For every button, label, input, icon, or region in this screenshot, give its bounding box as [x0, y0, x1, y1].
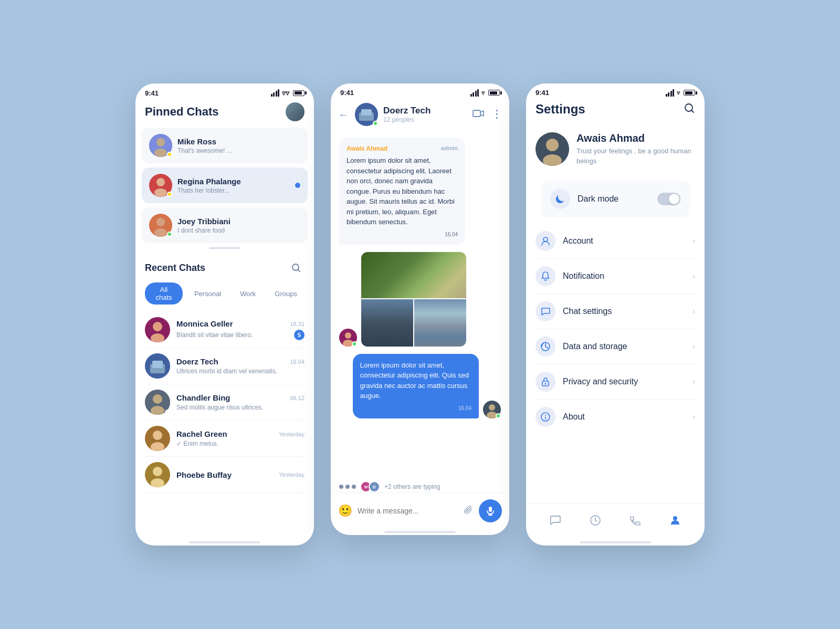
user-avatar-header[interactable] — [286, 102, 304, 121]
pinned-chat-regina[interactable]: Regina Phalange Thats her lobster... — [142, 167, 308, 203]
settings-item-about[interactable]: About › — [533, 400, 697, 434]
chat-preview-chandler: Sed mollis augue risus ultrices. — [176, 404, 263, 411]
wifi-icon-2: ▿ — [481, 89, 485, 97]
filter-tabs: All chats Personal Work Groups — [145, 282, 304, 305]
typing-avatars: M D — [360, 481, 380, 492]
settings-item-chat[interactable]: Chat settings › — [533, 294, 697, 329]
badge-monnica: 5 — [294, 330, 304, 340]
more-options-icon[interactable]: ⋮ — [491, 108, 502, 122]
settings-search-button[interactable] — [684, 102, 695, 116]
message-input[interactable] — [358, 507, 458, 515]
chat-item-monnica[interactable]: Monnica Geller 18.31 Blandit sit vitae v… — [145, 312, 304, 348]
chat-header-actions: ⋮ — [472, 108, 502, 122]
typing-dots — [339, 485, 356, 489]
video-call-icon[interactable] — [472, 108, 484, 122]
svg-point-23 — [153, 467, 162, 476]
tab-personal[interactable]: Personal — [187, 282, 228, 305]
svg-rect-35 — [489, 507, 492, 512]
settings-item-data[interactable]: Data and storage › — [533, 329, 697, 364]
mic-button[interactable] — [479, 499, 502, 522]
dark-mode-label: Dark mode — [578, 194, 650, 204]
status-dot-joey — [167, 232, 172, 237]
scroll-indicator-3 — [580, 541, 651, 543]
nav-calls[interactable] — [585, 510, 606, 531]
image-trees — [361, 299, 413, 347]
image-grid-container — [361, 252, 466, 347]
chat-bottom-rachel: ✓ Enim metus. — [176, 440, 304, 447]
dark-mode-toggle[interactable] — [657, 193, 680, 205]
tab-all-chats[interactable]: All chats — [145, 282, 183, 305]
typing-avatar-2: D — [369, 481, 380, 492]
attach-button[interactable] — [463, 505, 474, 518]
back-button[interactable]: ← — [338, 109, 349, 121]
settings-item-account[interactable]: Account › — [533, 224, 697, 259]
image-forest — [361, 252, 466, 298]
svg-point-8 — [154, 228, 167, 237]
pinned-preview-mike: That's awesome! ... — [177, 147, 300, 154]
sender-avatar-wrap — [339, 329, 357, 347]
dark-mode-icon — [550, 189, 570, 209]
chat-top-monnica: Monnica Geller 18.31 — [176, 319, 304, 328]
svg-point-2 — [154, 149, 167, 157]
status-icons-3: ▿ — [666, 89, 696, 97]
sender-name: Awais Ahmad admin — [346, 144, 458, 153]
chat-settings-chevron: › — [692, 307, 695, 316]
chat-settings-label: Chat settings — [563, 307, 685, 316]
chat-item-chandler[interactable]: Chandler Bing 06.12 Sed mollis augue ris… — [145, 384, 304, 421]
chat-name-rachel: Rachel Green — [176, 429, 227, 438]
scroll-indicator-2 — [384, 531, 456, 533]
nav-contacts[interactable] — [625, 510, 646, 531]
message-awais: Awais Ahmad admin Lorem ipsum dolor sit … — [339, 138, 465, 245]
avatar-doerz — [145, 353, 170, 379]
chat-top-doerz: Doerz Tech 16.04 — [176, 357, 304, 366]
emoji-button[interactable]: 🙂 — [338, 504, 352, 518]
pinned-name-joey: Joey Tribbiani — [177, 217, 300, 226]
status-bar-2: 9:41 ▿ — [331, 83, 509, 100]
chat-top-phoebe: Phoebe Buffay Yesterday — [176, 470, 304, 479]
tab-work[interactable]: Work — [233, 282, 263, 305]
dot-2 — [345, 485, 350, 489]
nav-profile[interactable] — [665, 510, 686, 531]
message-time-1: 16.04 — [346, 230, 458, 238]
pinned-chat-joey[interactable]: Joey Tribbiani I dont share food — [142, 207, 308, 243]
chat-item-doerz[interactable]: Doerz Tech 16.04 Ultrices morbi id diam … — [145, 348, 304, 384]
pinned-chat-mike[interactable]: Mike Ross That's awesome! ... — [142, 128, 308, 163]
messages-area: Awais Ahmad admin Lorem ipsum dolor sit … — [331, 132, 509, 481]
settings-item-privacy[interactable]: Privacy and security › — [533, 364, 697, 400]
chat-preview-monnica: Blandit sit vitae vitae libero. — [176, 331, 253, 339]
chat-item-rachel[interactable]: Rachel Green Yesterday ✓ Enim metus. — [145, 421, 304, 457]
avatar-wrap-doerz — [145, 353, 170, 379]
settings-item-notification[interactable]: Notification › — [533, 259, 697, 294]
svg-point-7 — [156, 218, 165, 226]
notification-chevron: › — [692, 271, 695, 281]
svg-point-40 — [546, 139, 559, 151]
tab-groups[interactable]: Groups — [267, 282, 304, 305]
about-chevron: › — [692, 412, 695, 422]
svg-point-17 — [153, 394, 162, 404]
message-text-1: Lorem ipsum dolor sit amet, consectetur … — [346, 155, 458, 227]
nav-chats[interactable] — [545, 510, 566, 531]
svg-point-5 — [154, 188, 167, 197]
signal-icon — [271, 89, 280, 97]
my-avatar-wrap — [483, 401, 501, 418]
svg-point-42 — [543, 237, 548, 242]
chat-item-phoebe[interactable]: Phoebe Buffay Yesterday — [145, 457, 304, 493]
chat-name-chandler: Chandler Bing — [176, 393, 230, 402]
chat-time-doerz: 16.04 — [290, 359, 304, 365]
typing-indicator: M D +2 others are typing — [331, 481, 509, 492]
account-icon — [536, 231, 555, 251]
chat-info-doerz: Doerz Tech 16.04 Ultrices morbi id diam … — [176, 357, 304, 375]
settings-header: Settings — [526, 100, 705, 125]
phone-settings: 9:41 ▿ Settings Awais Ahmad Trust — [526, 83, 705, 546]
search-button[interactable] — [288, 259, 304, 276]
recent-chats-title: Recent Chats — [145, 263, 205, 274]
dark-mode-row: Dark mode — [541, 181, 690, 217]
privacy-icon — [536, 372, 555, 392]
about-label: About — [563, 412, 685, 422]
divider — [209, 247, 240, 249]
message-text-2: Lorem ipsum dolor sit amet, consectetur … — [360, 360, 471, 401]
profile-card[interactable]: Awais Ahmad Trust your feelings , be a g… — [526, 125, 705, 173]
chats-header: Pinned Chats — [135, 100, 314, 128]
data-storage-chevron: › — [692, 342, 695, 351]
svg-rect-28 — [473, 110, 480, 117]
